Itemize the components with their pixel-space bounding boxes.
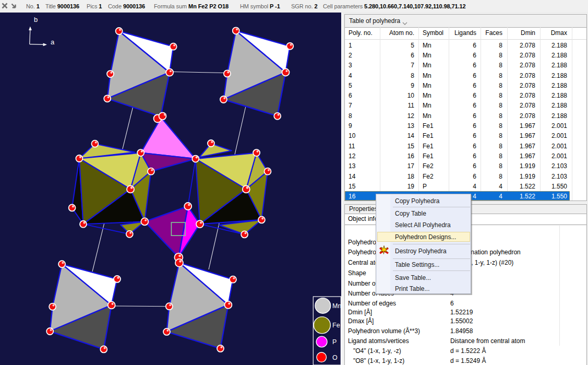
svg-text:P: P [332,338,337,346]
svg-text:O: O [332,354,338,361]
svg-text:Mn: Mn [332,302,341,310]
svg-text:a: a [51,38,55,46]
svg-text:b: b [34,16,38,23]
svg-text:Fe: Fe [332,322,340,329]
